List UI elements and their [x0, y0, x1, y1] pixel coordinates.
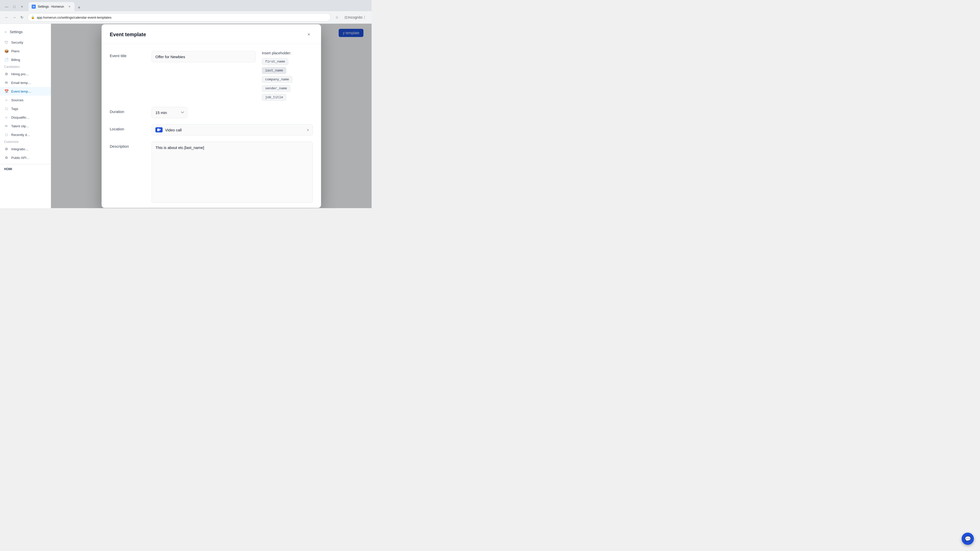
forward-nav-button[interactable]: →: [11, 14, 18, 21]
sidebar-item-public-api[interactable]: ⚙ Public API…: [0, 153, 51, 162]
sidebar-label-talent-clip: Talent clip…: [11, 124, 29, 128]
placeholder-sender-name[interactable]: sender_name: [262, 85, 290, 92]
lock-icon: 🔒: [31, 16, 35, 19]
customize-section-label: Customize: [0, 139, 51, 144]
nav-buttons: ← → ↻: [3, 14, 25, 21]
hiring-pro-icon: ⚙: [4, 72, 9, 76]
page-background: y template Event template × Event title: [51, 24, 372, 208]
email-temp-icon: ✉: [4, 80, 9, 85]
tab-bar: H Settings · Homerun × +: [27, 2, 85, 11]
sidebar-item-email-temp[interactable]: ✉ Email temp…: [0, 78, 51, 87]
location-select[interactable]: Video call ∨: [151, 124, 313, 135]
description-label: Description: [110, 141, 145, 148]
sidebar-label-billing: Billing: [11, 58, 20, 62]
modal-close-button[interactable]: ×: [305, 30, 313, 38]
browser-toolbar: ← → ↻ 🔒 app.homerun.co/settings/calendar…: [0, 11, 372, 24]
close-window-button[interactable]: ×: [18, 3, 25, 10]
maximize-button[interactable]: □: [11, 3, 18, 10]
sidebar-label-event-temp: Event temp…: [11, 89, 32, 94]
reload-button[interactable]: ↻: [18, 14, 25, 21]
url-text: app.homerun.co/settings/calendar-event-t…: [37, 16, 111, 19]
sidebar-label-plans: Plans: [11, 49, 20, 53]
bookmark-button[interactable]: ☆: [333, 13, 341, 21]
location-dropdown-arrow: ∨: [307, 128, 309, 132]
settings-label: Settings: [10, 30, 23, 34]
logo-text: HOMI: [4, 167, 12, 171]
sidebar-label-public-api: Public API…: [11, 156, 30, 160]
description-textarea[interactable]: This is about etc.[last_name]: [151, 141, 313, 203]
minimize-button[interactable]: —: [3, 3, 10, 10]
toolbar-actions: ☆ ⊡ Incognito ⋮: [333, 13, 369, 21]
modal-body: Event title Insert placeholder: first_na…: [102, 44, 321, 208]
sources-icon: ○: [4, 98, 9, 102]
placeholder-last-name[interactable]: last_name: [262, 67, 286, 74]
billing-icon: 📄: [4, 57, 9, 62]
sidebar-item-recently[interactable]: □ Recently d…: [0, 130, 51, 139]
sidebar-label-disqualif: Disqualific…: [11, 116, 30, 119]
browser-title-bar: — □ × H Settings · Homerun × +: [0, 0, 372, 11]
back-arrow-icon: ←: [4, 30, 8, 34]
sidebar-item-talent-clip[interactable]: ✂ Talent clip…: [0, 122, 51, 130]
sidebar-item-billing[interactable]: 📄 Billing: [0, 56, 51, 64]
window-controls: — □ ×: [3, 3, 25, 10]
event-title-field: [151, 51, 256, 62]
placeholder-job-title[interactable]: job_title: [262, 94, 286, 101]
sidebar-item-security[interactable]: 🛡 Security: [0, 38, 51, 47]
sidebar-label-security: Security: [11, 41, 23, 44]
sidebar-item-plans[interactable]: 📦 Plans: [0, 47, 51, 56]
sidebar-back-button[interactable]: ← Settings: [0, 28, 51, 36]
talent-clip-icon: ✂: [4, 124, 9, 128]
integrations-icon: ⚙: [4, 147, 9, 151]
sidebar-label-email-temp: Email temp…: [11, 81, 31, 85]
profile-button[interactable]: Incognito: [351, 13, 360, 21]
sidebar-item-event-temp[interactable]: 📅 Event temp…: [0, 87, 51, 96]
tab-close-button[interactable]: ×: [67, 5, 72, 9]
location-label: Location: [110, 124, 145, 131]
sidebar-label-hiring-pro: Hiring pro…: [11, 72, 29, 76]
placeholder-tags: first_name last_name company_name sender…: [262, 58, 313, 101]
location-row: Location Video call ∨: [110, 124, 313, 135]
modal-title: Event template: [110, 32, 146, 38]
tab-title: Settings · Homerun: [38, 5, 64, 8]
placeholder-first-name[interactable]: first_name: [262, 58, 288, 65]
candidates-section-label: Candidates: [0, 64, 51, 70]
public-api-icon: ⚙: [4, 156, 9, 160]
modal-overlay[interactable]: Event template × Event title Insert: [51, 24, 372, 208]
event-title-row: Event title Insert placeholder: first_na…: [110, 51, 313, 101]
location-text: Video call: [165, 128, 304, 132]
sidebar-item-disqualif[interactable]: ○ Disqualific…: [0, 113, 51, 122]
disqualif-icon: ○: [4, 115, 9, 120]
duration-row: Duration 15 min 30 min 45 min 60 min 90 …: [110, 107, 313, 118]
sidebar-item-hiring-pro[interactable]: ⚙ Hiring pro…: [0, 70, 51, 78]
event-title-input[interactable]: [151, 51, 256, 62]
sidebar: ← Settings 🛡 Security 📦 Plans 📄 Billing …: [0, 24, 51, 208]
sidebar-label-tags: Tags: [11, 107, 18, 111]
tab-favicon: H: [32, 5, 36, 9]
main-content: ← Settings 🛡 Security 📦 Plans 📄 Billing …: [0, 24, 372, 208]
recently-icon: □: [4, 132, 9, 137]
sidebar-label-sources: Sources: [11, 98, 24, 102]
description-field: This is about etc.[last_name]: [151, 141, 313, 204]
close-icon: ×: [307, 32, 310, 37]
browser-chrome: — □ × H Settings · Homerun × + ← → ↻ 🔒 a…: [0, 0, 372, 24]
new-tab-button[interactable]: +: [76, 4, 83, 11]
duration-select[interactable]: 15 min 30 min 45 min 60 min 90 min: [151, 107, 187, 118]
sidebar-item-integrations[interactable]: ⚙ Integratio…: [0, 144, 51, 153]
svg-rect-0: [157, 129, 159, 131]
menu-button[interactable]: ⋮: [360, 13, 369, 21]
back-nav-button[interactable]: ←: [3, 14, 10, 21]
video-call-icon: [156, 127, 162, 132]
sidebar-item-sources[interactable]: ○ Sources: [0, 96, 51, 104]
sidebar-logo: HOMI: [0, 164, 51, 173]
active-tab[interactable]: H Settings · Homerun ×: [29, 2, 75, 11]
placeholder-company-name[interactable]: company_name: [262, 76, 293, 83]
address-bar[interactable]: 🔒 app.homerun.co/settings/calendar-event…: [27, 13, 331, 21]
sidebar-label-integrations: Integratio…: [11, 147, 28, 151]
event-title-label: Event title: [110, 51, 145, 58]
placeholder-section: Insert placeholder: first_name last_name…: [262, 51, 313, 101]
sidebar-item-tags[interactable]: □ Tags: [0, 104, 51, 113]
description-row: Description This is about etc.[last_name…: [110, 141, 313, 204]
tags-icon: □: [4, 106, 9, 111]
location-field: Video call ∨: [151, 124, 313, 135]
event-template-modal: Event template × Event title Insert: [102, 24, 321, 208]
